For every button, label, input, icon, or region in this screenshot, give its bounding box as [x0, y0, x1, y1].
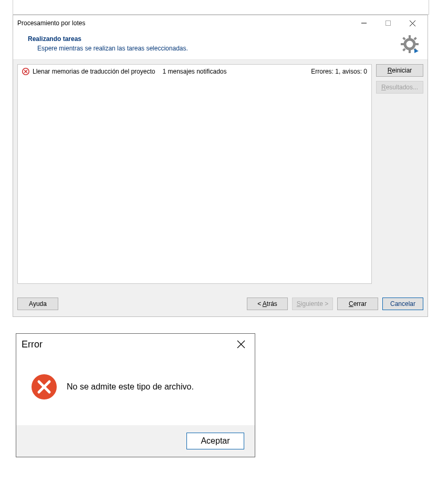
- error-icon: [22, 68, 29, 75]
- svg-rect-5: [409, 35, 411, 38]
- error-dialog: Error No se admite este tipo de archivo.: [16, 333, 255, 457]
- batch-window: Procesamiento por lotes Realizando tarea…: [13, 15, 428, 317]
- error-message: No se admite este tipo de archivo.: [67, 382, 194, 392]
- svg-rect-10: [413, 37, 416, 40]
- svg-rect-7: [401, 43, 404, 45]
- next-button: Siguiente >: [292, 298, 333, 310]
- header: Realizando tareas Espere mientras se rea…: [13, 31, 428, 59]
- restart-button[interactable]: Reiniciar: [376, 64, 423, 77]
- titlebar: Procesamiento por lotes: [13, 15, 428, 31]
- svg-rect-6: [409, 50, 411, 53]
- task-row: Llenar memorias de traducción del proyec…: [22, 67, 367, 76]
- close-button-footer[interactable]: Cerrar: [337, 298, 378, 310]
- error-close-button[interactable]: [230, 336, 253, 353]
- cancel-button[interactable]: Cancelar: [382, 298, 423, 310]
- error-title: Error: [22, 339, 230, 350]
- back-button[interactable]: < Atrás: [247, 298, 288, 310]
- minimize-button[interactable]: [352, 16, 376, 30]
- task-panel: Llenar memorias de traducción del proyec…: [17, 64, 372, 284]
- help-button[interactable]: Ayuda: [17, 298, 58, 310]
- heading: Realizando tareas: [28, 35, 398, 43]
- close-button[interactable]: [400, 16, 424, 30]
- maximize-button: [376, 16, 400, 30]
- subheading: Espere mientras se realizan las tareas s…: [28, 45, 398, 52]
- task-message: 1 mensajes notificados: [162, 68, 226, 75]
- svg-point-4: [405, 39, 414, 49]
- task-counts: Errores: 1, avisos: 0: [311, 68, 367, 75]
- svg-rect-9: [402, 37, 405, 40]
- svg-rect-11: [402, 48, 405, 51]
- svg-rect-8: [415, 43, 419, 45]
- svg-rect-1: [386, 21, 391, 26]
- error-titlebar: Error: [16, 334, 255, 355]
- error-ok-button[interactable]: Aceptar: [186, 433, 244, 449]
- gear-icon: [398, 35, 421, 53]
- window-title: Procesamiento por lotes: [17, 19, 352, 27]
- error-big-icon: [31, 374, 57, 400]
- task-name: Llenar memorias de traducción del proyec…: [33, 68, 155, 75]
- results-button: Resultados...: [376, 81, 423, 94]
